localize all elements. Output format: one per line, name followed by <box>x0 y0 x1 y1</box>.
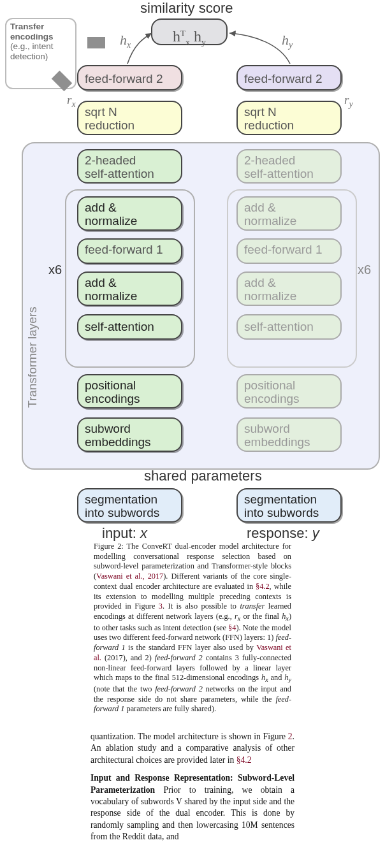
addnorm2-right: add & normalize <box>236 271 342 306</box>
sec-4-2-body-link[interactable]: §4.2 <box>236 755 252 765</box>
response-label: response: y <box>247 525 319 542</box>
subword-left: subword embeddings <box>77 417 182 452</box>
posenc-right: positional encodings <box>236 374 342 409</box>
vaswani-link[interactable]: Vaswani et al., 2017 <box>96 572 163 581</box>
x6-label-left: x6 <box>48 263 62 277</box>
seg-right: segmentation into subwords <box>236 488 342 523</box>
addnorm1-left: add & normalize <box>77 196 182 231</box>
twohead-left: 2-headed self-attention <box>77 149 182 184</box>
hy-glyph: hy <box>282 32 293 50</box>
architecture-diagram: similarity score hTx hy hx hy rx ry Tran… <box>0 0 385 535</box>
ff2-left: feed-forward 2 <box>77 65 182 90</box>
transfer-subtitle: (e.g., intent detection) <box>10 41 54 61</box>
transfer-title: Transfer encodings <box>10 22 54 41</box>
score-box: hTx hy <box>151 18 228 45</box>
figure-2-link[interactable]: 2 <box>288 732 293 741</box>
x6-label-right: x6 <box>358 263 371 277</box>
seg-left: segmentation into subwords <box>77 488 182 523</box>
figure-caption: Figure 2: The ConveRT dual-encoder model… <box>94 542 291 714</box>
posenc-left: positional encodings <box>77 374 182 409</box>
hx-glyph: hx <box>120 32 131 50</box>
ry-glyph: ry <box>344 93 353 110</box>
selfattn-right: self-attention <box>236 314 342 340</box>
ff1-left: feed-forward 1 <box>77 238 182 264</box>
transformer-layers-label: Transformer layers <box>25 280 40 408</box>
subword-right: subword embeddings <box>236 417 342 452</box>
sec-4-link[interactable]: §4 <box>228 623 236 632</box>
addnorm1-right: add & normalize <box>236 196 342 231</box>
sqrtN-left: sqrt N reduction <box>77 101 182 135</box>
ff2-right: feed-forward 2 <box>236 65 342 90</box>
body-text: quantization. The model architecture is … <box>91 731 294 843</box>
score-formula: hTx hy <box>173 28 206 45</box>
twohead-right: 2-headed self-attention <box>236 149 342 184</box>
transfer-connector-top <box>87 37 105 48</box>
selfattn-left: self-attention <box>77 314 182 340</box>
rx-glyph: rx <box>67 93 76 110</box>
input-label: input: x <box>102 525 147 542</box>
ff1-right: feed-forward 1 <box>236 238 342 264</box>
similarity-score-label: similarity score <box>140 0 233 17</box>
shared-params-label: shared parameters <box>144 468 262 484</box>
sqrtN-right: sqrt N reduction <box>236 101 342 135</box>
addnorm2-left: add & normalize <box>77 271 182 306</box>
sec-4-2-link[interactable]: §4.2 <box>256 582 270 591</box>
